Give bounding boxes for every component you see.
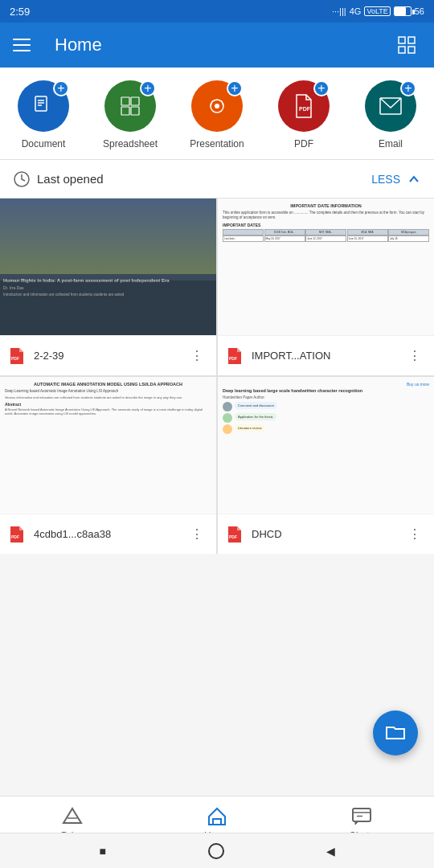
- table-thumb: IMPORTANT DATE INFORMATION This online a…: [218, 199, 434, 335]
- svg-rect-2: [399, 47, 405, 53]
- pdf-icon: PDF: [292, 93, 316, 119]
- spreadsheet-plus: +: [140, 80, 156, 96]
- svg-rect-9: [131, 97, 139, 105]
- nav-recent-button[interactable]: ■: [99, 845, 105, 858]
- battery-fill: [395, 7, 406, 15]
- hamburger-line-3: [13, 50, 31, 51]
- history-icon: [13, 170, 31, 188]
- nav-home-button[interactable]: [208, 843, 224, 859]
- pdf-file-icon-3: PDF: [9, 526, 25, 543]
- fab-folder-icon: [385, 723, 406, 743]
- main-content: + Document + Spreadsheet: [0, 68, 434, 796]
- sort-toggle-button[interactable]: LESS: [371, 173, 400, 186]
- svg-rect-28: [353, 809, 371, 821]
- signal-icon: ···|||: [332, 6, 346, 16]
- pdf-file-icon: PDF: [9, 347, 25, 365]
- pdf-icon-small-2: PDF: [226, 347, 244, 365]
- pdf-icon-small-4: PDF: [226, 526, 244, 543]
- battery-icon: [394, 6, 411, 16]
- file-name-3: 4cdbd1...c8aa38: [34, 528, 178, 540]
- status-time: 2:59: [10, 6, 30, 18]
- file-thumbnail-1: Human Rights in India: A post-farm asses…: [0, 199, 216, 335]
- quick-action-email[interactable]: + Email: [354, 80, 427, 149]
- file-more-button-1[interactable]: ⋮: [186, 345, 208, 367]
- svg-text:PDF: PDF: [11, 534, 19, 539]
- pdf-label: PDF: [294, 138, 313, 149]
- file-card-3[interactable]: AUTOMATIC IMAGE ANNOTATION MODEL USING L…: [0, 377, 216, 554]
- grid-icon: [398, 36, 416, 54]
- presentation-plus: +: [227, 80, 243, 96]
- file-grid: Human Rights in India: A post-farm asses…: [0, 199, 434, 554]
- file-info-3: PDF 4cdbd1...c8aa38 ⋮: [0, 514, 216, 554]
- svg-text:PDF: PDF: [229, 534, 237, 539]
- svg-marker-25: [63, 809, 81, 823]
- hamburger-line-1: [13, 39, 31, 40]
- pdf-file-icon-4: PDF: [227, 526, 243, 543]
- app-bar: Home: [0, 23, 434, 68]
- nav-back-button[interactable]: ◀: [326, 845, 335, 858]
- quick-action-spreadsheet[interactable]: + Spreadsheet: [94, 80, 166, 149]
- file-thumbnail-2: IMPORTANT DATE INFORMATION This online a…: [218, 199, 434, 335]
- file-more-button-4[interactable]: ⋮: [403, 523, 426, 546]
- chats-nav-icon: [351, 806, 372, 827]
- spreadsheet-icon: [118, 94, 142, 118]
- drive-nav-icon: [62, 806, 83, 827]
- photo-thumb: Human Rights in India: A post-farm asses…: [0, 199, 216, 335]
- status-bar: 2:59 ···||| 4G VoLTE 56: [0, 0, 434, 23]
- file-thumbnail-3: AUTOMATIC IMAGE ANNOTATION MODEL USING L…: [0, 377, 216, 514]
- file-card-1[interactable]: Human Rights in India: A post-farm asses…: [0, 199, 216, 375]
- email-icon: [378, 95, 403, 117]
- svg-rect-8: [121, 97, 129, 105]
- document-label: Document: [22, 138, 66, 149]
- sort-label: Last opened: [37, 172, 365, 186]
- network-type: 4G: [350, 6, 362, 16]
- svg-rect-10: [121, 107, 129, 115]
- file-thumbnail-4: Buy us more Deep learning based large sc…: [218, 377, 434, 514]
- pdf-icon-small-1: PDF: [8, 347, 26, 365]
- file-info-1: PDF 2-2-39 ⋮: [0, 335, 216, 375]
- file-more-button-3[interactable]: ⋮: [186, 523, 208, 546]
- svg-rect-0: [399, 37, 405, 43]
- svg-rect-3: [408, 47, 415, 53]
- quick-action-pdf[interactable]: PDF + PDF: [268, 80, 340, 149]
- document-icon: [31, 93, 56, 119]
- email-label: Email: [379, 138, 403, 149]
- pdf-plus: +: [313, 80, 330, 96]
- spreadsheet-icon-bg: +: [104, 80, 156, 132]
- chevron-up-icon[interactable]: [407, 172, 421, 186]
- svg-marker-27: [209, 809, 225, 825]
- pdf-file-icon-2: PDF: [227, 347, 243, 365]
- grid-view-button[interactable]: [392, 31, 421, 59]
- svg-point-13: [215, 104, 219, 108]
- presentation-icon-bg: +: [191, 80, 243, 132]
- files-section: Human Rights in India: A post-farm asses…: [0, 199, 434, 796]
- menu-button[interactable]: [13, 31, 42, 59]
- svg-text:PDF: PDF: [11, 356, 19, 361]
- file-name-4: DHCD: [252, 528, 395, 540]
- svg-rect-4: [35, 96, 47, 111]
- file-more-button-2[interactable]: ⋮: [403, 345, 426, 367]
- volte-icon: VoLTE: [364, 6, 390, 16]
- quick-action-presentation[interactable]: + Presentation: [181, 80, 253, 149]
- file-card-2[interactable]: IMPORTANT DATE INFORMATION This online a…: [218, 199, 434, 375]
- system-nav: ■ ◀: [0, 833, 434, 868]
- home-nav-icon: [207, 806, 227, 827]
- fab-button[interactable]: [373, 710, 418, 755]
- svg-rect-1: [408, 37, 415, 43]
- quick-actions-bar: + Document + Spreadsheet: [0, 68, 434, 160]
- document-icon-bg: +: [18, 80, 69, 132]
- text-thumb: AUTOMATIC IMAGE ANNOTATION MODEL USING L…: [0, 377, 216, 514]
- file-info-4: PDF DHCD ⋮: [218, 514, 434, 554]
- presentation-label: Presentation: [190, 138, 244, 149]
- svg-rect-11: [131, 107, 139, 115]
- pdf-icon-small-3: PDF: [8, 526, 26, 543]
- pdf-icon-bg: PDF +: [278, 80, 330, 132]
- file-info-2: PDF IMPORT...ATION ⋮: [218, 335, 434, 375]
- file-name-2: IMPORT...ATION: [252, 350, 395, 362]
- hamburger-line-2: [13, 44, 31, 46]
- quick-action-document[interactable]: + Document: [7, 80, 80, 149]
- document-plus: +: [53, 80, 69, 96]
- file-card-4[interactable]: Buy us more Deep learning based large sc…: [218, 377, 434, 554]
- status-icons: ···||| 4G VoLTE 56: [332, 6, 424, 16]
- spreadsheet-label: Spreadsheet: [103, 138, 158, 149]
